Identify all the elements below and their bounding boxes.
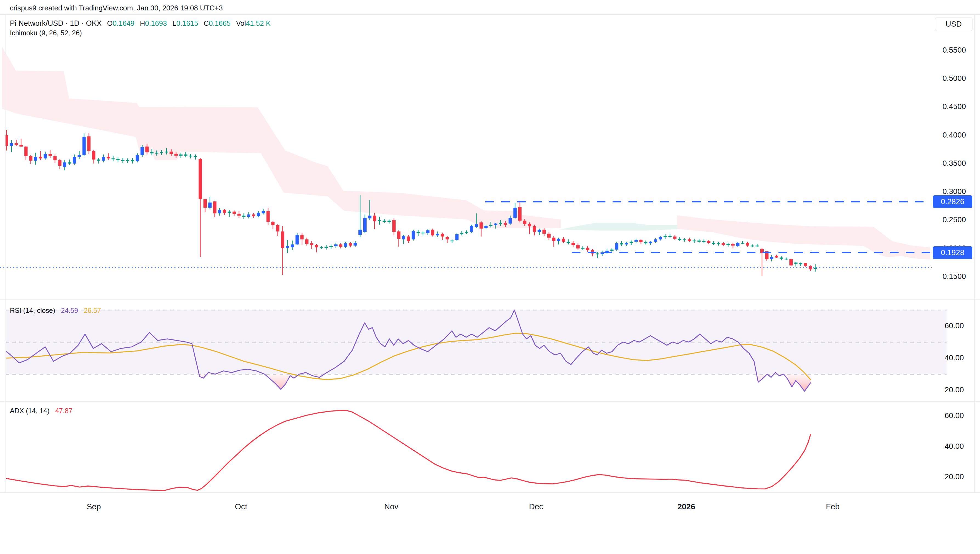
- price-tick-label: 0.3500: [934, 159, 975, 168]
- adx-pane-canvas[interactable]: [0, 401, 980, 492]
- price-tick-label: 0.5000: [934, 74, 975, 83]
- volume-label: Vol: [236, 19, 246, 27]
- price-pane-canvas[interactable]: [0, 14, 980, 299]
- rsi-oversold-fill: [265, 374, 299, 390]
- price-tick-label: 0.1500: [934, 272, 975, 281]
- time-axis-divider: [0, 492, 980, 493]
- plot-left-edge: [5, 14, 6, 492]
- rsi-tick-label: 40.00: [934, 353, 975, 362]
- attribution-bar: crispus9 created with TradingView.com, J…: [0, 0, 980, 14]
- currency-button[interactable]: USD: [935, 17, 973, 31]
- time-axis[interactable]: SepOctNovDec2026Feb: [0, 492, 980, 521]
- high-value: 0.1693: [145, 19, 167, 27]
- time-tick-label: Feb: [826, 502, 840, 511]
- close-value: 0.1665: [209, 19, 231, 27]
- adx-line: [6, 411, 811, 490]
- tradingview-chart-window: crispus9 created with TradingView.com, J…: [0, 0, 980, 554]
- open-label: O: [107, 19, 113, 27]
- low-label: L: [172, 19, 176, 27]
- time-tick-label: Nov: [384, 502, 398, 511]
- time-tick-label: Oct: [235, 502, 247, 511]
- pane-divider-adx[interactable]: [0, 401, 980, 402]
- price-tick-label: 0.5500: [934, 46, 975, 54]
- time-tick-label: 2026: [678, 502, 695, 511]
- price-tick-label: 0.2500: [934, 215, 975, 224]
- high-label: H: [140, 19, 145, 27]
- adx-tick-label: 40.00: [934, 442, 975, 451]
- adx-label: ADX (14, 14): [10, 407, 49, 414]
- rsi-tick-label: 60.00: [934, 322, 975, 330]
- symbol-legend[interactable]: Pi Network/USD · 1D · OKXO0.1649H0.1693L…: [10, 19, 271, 28]
- level-price-label[interactable]: 0.1928: [933, 246, 972, 259]
- symbol-title[interactable]: Pi Network/USD · 1D · OKX: [10, 19, 102, 27]
- volume-value: 41.52 K: [246, 19, 271, 27]
- adx-tick-label: 60.00: [934, 411, 975, 420]
- rsi-ma-value: 26.57: [84, 307, 101, 314]
- rsi-pane-canvas[interactable]: [0, 299, 980, 401]
- ichimoku-label: Ichimoku (9, 26, 52, 26): [10, 29, 82, 37]
- low-value: 0.1615: [176, 19, 198, 27]
- time-tick-label: Sep: [87, 502, 101, 511]
- adx-tick-label: 20.00: [934, 472, 975, 481]
- adx-value: 47.87: [55, 407, 72, 414]
- rsi-value: 24.59: [61, 307, 78, 314]
- level-price-label[interactable]: 0.2826: [933, 195, 972, 208]
- attribution-text: crispus9 created with TradingView.com, J…: [10, 4, 223, 12]
- close-label: C: [204, 19, 209, 27]
- price-tick-label: 0.4000: [934, 131, 975, 140]
- footer: TradingView: [0, 521, 980, 554]
- rsi-band-fill: [5, 310, 946, 374]
- open-value: 0.1649: [113, 19, 135, 27]
- time-tick-label: Dec: [529, 502, 543, 511]
- price-tick-label: 0.4500: [934, 102, 975, 111]
- price-axis[interactable]: USD 0.55000.50000.45000.40000.35000.3000…: [931, 0, 980, 521]
- rsi-label: RSI (14, close): [10, 307, 55, 314]
- price-tick-label: 0.3000: [934, 187, 975, 196]
- ichimoku-legend[interactable]: Ichimoku (9, 26, 52, 26): [10, 29, 82, 37]
- rsi-tick-label: 20.00: [934, 385, 975, 394]
- adx-legend[interactable]: ADX (14, 14) 47.87: [10, 407, 72, 415]
- rsi-legend[interactable]: RSI (14, close) 24.59 26.57: [10, 307, 101, 315]
- pane-divider-rsi[interactable]: [0, 299, 980, 300]
